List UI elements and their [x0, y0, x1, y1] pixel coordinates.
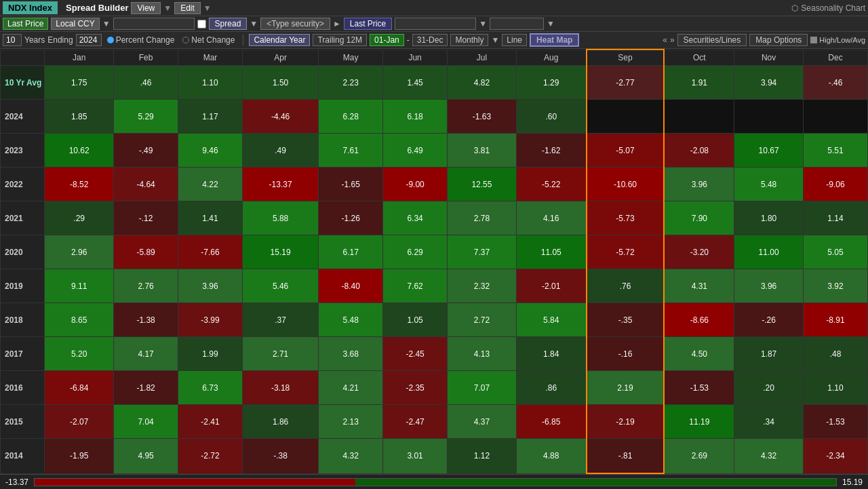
table-cell[interactable]	[804, 100, 868, 134]
table-cell[interactable]: -9.00	[383, 168, 448, 201]
table-cell[interactable]: -2.07	[45, 405, 114, 439]
table-cell[interactable]: .37	[242, 303, 318, 337]
table-cell[interactable]: 6.17	[319, 235, 383, 269]
table-cell[interactable]: -5.73	[587, 201, 665, 235]
table-cell[interactable]: -9.06	[804, 168, 868, 201]
calendar-year-button[interactable]: Calendar Year	[249, 34, 310, 46]
table-cell[interactable]: .20	[734, 371, 804, 405]
table-cell[interactable]: -3.18	[242, 371, 318, 405]
table-cell[interactable]: 1.80	[734, 201, 804, 235]
table-cell[interactable]: -2.01	[516, 269, 586, 303]
table-cell[interactable]: -2.72	[178, 439, 243, 474]
table-cell[interactable]: -.46	[804, 66, 868, 100]
table-cell[interactable]: 4.16	[516, 201, 586, 235]
table-cell[interactable]: 8.65	[45, 303, 114, 337]
table-cell[interactable]: .46	[114, 66, 178, 100]
securities-lines-button[interactable]: Securities/Lines	[677, 34, 747, 46]
last-price-button2[interactable]: Last Price	[344, 18, 392, 30]
table-cell[interactable]: 1.87	[734, 337, 804, 371]
table-cell[interactable]: -5.72	[587, 235, 665, 269]
table-cell[interactable]: -7.66	[178, 235, 243, 269]
table-cell[interactable]: 4.50	[664, 337, 734, 371]
table-cell[interactable]: 7.61	[319, 134, 383, 168]
table-cell[interactable]: -.38	[242, 439, 318, 474]
table-cell[interactable]: 3.92	[804, 269, 868, 303]
table-cell[interactable]: 2.32	[448, 269, 517, 303]
table-cell[interactable]: -8.66	[664, 303, 734, 337]
table-cell[interactable]: 5.48	[734, 168, 804, 201]
table-cell[interactable]: -2.08	[664, 134, 734, 168]
table-cell[interactable]: 5.51	[804, 134, 868, 168]
table-cell[interactable]: 2.76	[114, 269, 178, 303]
table-cell[interactable]: 5.05	[804, 235, 868, 269]
table-cell[interactable]: .60	[516, 100, 586, 134]
table-cell[interactable]: -1.53	[804, 405, 868, 439]
table-cell[interactable]: -1.95	[45, 439, 114, 474]
table-cell[interactable]: 11.19	[664, 405, 734, 439]
table-cell[interactable]: 7.07	[448, 371, 517, 405]
table-cell[interactable]: -2.19	[587, 405, 665, 439]
table-cell[interactable]: -.16	[587, 337, 665, 371]
table-cell[interactable]: -1.63	[448, 100, 517, 134]
table-cell[interactable]: -8.52	[45, 168, 114, 201]
table-cell[interactable]: 3.94	[734, 66, 804, 100]
table-cell[interactable]: 5.46	[242, 269, 318, 303]
table-cell[interactable]: -2.41	[178, 405, 243, 439]
table-cell[interactable]: 1.10	[178, 66, 243, 100]
table-cell[interactable]: -2.45	[383, 337, 448, 371]
table-cell[interactable]: 6.28	[319, 100, 383, 134]
table-cell[interactable]: 4.37	[448, 405, 517, 439]
table-cell[interactable]: 15.19	[242, 235, 318, 269]
table-cell[interactable]: 1.14	[804, 201, 868, 235]
table-cell[interactable]: .29	[45, 201, 114, 235]
table-cell[interactable]: 6.73	[178, 371, 243, 405]
table-cell[interactable]: -8.91	[804, 303, 868, 337]
table-cell[interactable]: 2.72	[448, 303, 517, 337]
table-cell[interactable]: 5.88	[242, 201, 318, 235]
table-cell[interactable]: -5.22	[516, 168, 586, 201]
table-cell[interactable]: 7.62	[383, 269, 448, 303]
type-security-button[interactable]: <Type security>	[260, 18, 330, 30]
table-cell[interactable]	[587, 100, 665, 134]
table-cell[interactable]: -1.38	[114, 303, 178, 337]
table-cell[interactable]: -4.46	[242, 100, 318, 134]
table-cell[interactable]	[734, 100, 804, 134]
table-cell[interactable]: 12.55	[448, 168, 517, 201]
table-cell[interactable]: 1.84	[516, 337, 586, 371]
table-cell[interactable]: 1.85	[45, 100, 114, 134]
year-input[interactable]	[76, 34, 102, 46]
table-cell[interactable]: 1.50	[242, 66, 318, 100]
table-cell[interactable]: 5.84	[516, 303, 586, 337]
table-cell[interactable]: -5.07	[587, 134, 665, 168]
table-cell[interactable]: 2.13	[319, 405, 383, 439]
table-cell[interactable]: -3.99	[178, 303, 243, 337]
table-cell[interactable]: 6.18	[383, 100, 448, 134]
table-cell[interactable]: .86	[516, 371, 586, 405]
table-cell[interactable]: 4.21	[319, 371, 383, 405]
price-input[interactable]	[395, 18, 476, 30]
table-cell[interactable]: 1.05	[383, 303, 448, 337]
table-cell[interactable]	[664, 100, 734, 134]
table-cell[interactable]: 1.10	[804, 371, 868, 405]
table-cell[interactable]: .76	[587, 269, 665, 303]
table-cell[interactable]: -10.60	[587, 168, 665, 201]
table-cell[interactable]: -.35	[587, 303, 665, 337]
line-button[interactable]: Line	[502, 34, 527, 46]
table-cell[interactable]: 2.69	[664, 439, 734, 474]
table-cell[interactable]: 10.62	[45, 134, 114, 168]
table-cell[interactable]: 10.67	[734, 134, 804, 168]
value-input[interactable]	[490, 18, 544, 30]
table-cell[interactable]: 5.20	[45, 337, 114, 371]
view-button[interactable]: View	[131, 2, 161, 14]
table-cell[interactable]: 5.29	[114, 100, 178, 134]
table-cell[interactable]: 3.96	[734, 269, 804, 303]
table-cell[interactable]: -2.35	[383, 371, 448, 405]
table-cell[interactable]: 1.91	[664, 66, 734, 100]
table-cell[interactable]: 1.75	[45, 66, 114, 100]
table-cell[interactable]: 2.96	[45, 235, 114, 269]
table-cell[interactable]: 3.96	[664, 168, 734, 201]
table-cell[interactable]: -2.47	[383, 405, 448, 439]
table-cell[interactable]: 7.90	[664, 201, 734, 235]
table-cell[interactable]: 1.45	[383, 66, 448, 100]
table-cell[interactable]: 2.71	[242, 337, 318, 371]
